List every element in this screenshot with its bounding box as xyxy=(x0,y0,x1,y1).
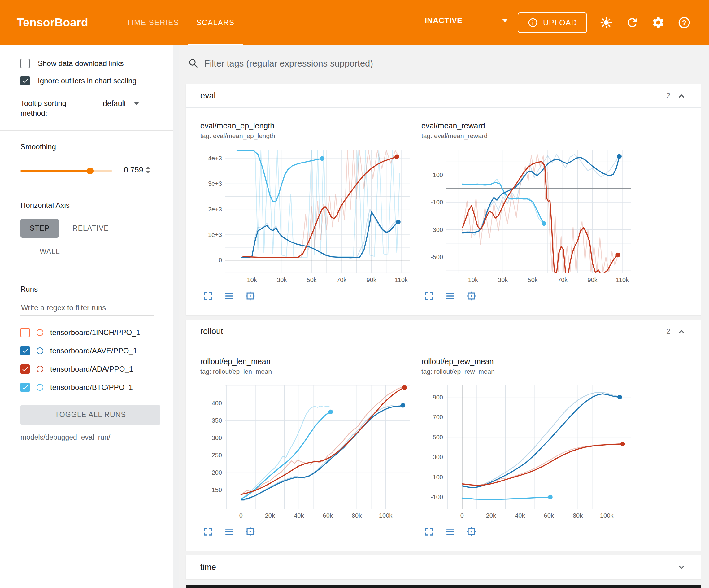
wall-axis-button[interactable]: WALL xyxy=(30,242,69,261)
chart-tag: tag: eval/mean_reward xyxy=(421,132,639,139)
plot-rollout-ep-rew-mean[interactable]: 020k40k60k80k100k-100100300500700900 xyxy=(421,380,635,523)
svg-text:20k: 20k xyxy=(265,512,275,519)
fit-domain-icon[interactable] xyxy=(466,527,476,537)
chevron-up-icon[interactable] xyxy=(677,327,686,337)
svg-text:500: 500 xyxy=(433,434,443,441)
runs-label: Runs xyxy=(21,285,165,293)
step-axis-button[interactable]: STEP xyxy=(21,219,59,238)
help-icon[interactable]: ? xyxy=(677,16,691,29)
upload-button[interactable]: UPLOAD xyxy=(518,12,587,33)
sidebar-scrollbar[interactable] xyxy=(174,45,179,588)
data-table-icon[interactable] xyxy=(224,527,234,537)
run-checkbox[interactable] xyxy=(21,364,30,374)
section-count: 2 xyxy=(666,92,670,100)
chart-block-rollout-ep-rew-mean: rollout/ep_rew_mean tag: rollout/ep_rew_… xyxy=(421,353,639,537)
section-time-header[interactable]: time xyxy=(186,556,701,579)
refresh-icon[interactable] xyxy=(625,16,639,29)
svg-text:2e+3: 2e+3 xyxy=(208,206,222,213)
svg-text:4e+3: 4e+3 xyxy=(208,155,222,162)
section-card-time: time xyxy=(186,555,701,579)
smoothing-value-input[interactable]: 0.759 xyxy=(123,165,151,177)
chevron-down-icon[interactable] xyxy=(677,562,686,572)
slider-fill xyxy=(21,170,90,172)
tab-time-series[interactable]: TIME SERIES xyxy=(118,0,188,45)
expand-chart-icon[interactable] xyxy=(203,291,213,301)
run-checkbox[interactable] xyxy=(21,328,30,337)
tensorboard-app: TensorBoard TIME SERIES SCALARS INACTIVE… xyxy=(0,0,709,588)
svg-text:110k: 110k xyxy=(395,277,408,283)
svg-text:200: 200 xyxy=(212,469,222,476)
run-color-circle xyxy=(36,366,43,373)
brightness-icon[interactable] xyxy=(599,16,613,29)
section-title: rollout xyxy=(200,327,223,336)
data-table-icon[interactable] xyxy=(224,291,234,301)
expand-chart-icon[interactable] xyxy=(424,291,435,301)
relative-axis-button[interactable]: RELATIVE xyxy=(63,219,118,238)
run-checkbox[interactable] xyxy=(21,383,30,392)
plot-rollout-ep-len-mean[interactable]: 020k40k60k80k100k150200250300350400 xyxy=(200,380,414,523)
stepper-arrows-icon[interactable] xyxy=(146,166,150,173)
app-header: TensorBoard TIME SERIES SCALARS INACTIVE… xyxy=(0,0,709,45)
runs-filter-input[interactable] xyxy=(21,302,154,315)
run-color-circle xyxy=(36,329,43,336)
settings-sidebar: Show data download links Ignore outliers… xyxy=(0,45,174,588)
run-row[interactable]: tensorboard/BTC/PPO_1 xyxy=(21,378,165,397)
svg-text:10k: 10k xyxy=(468,277,478,283)
svg-text:?: ? xyxy=(682,19,686,27)
toggle-all-runs-button[interactable]: TOGGLE ALL RUNS xyxy=(21,405,160,425)
top-nav-tabs: TIME SERIES SCALARS xyxy=(118,0,243,45)
svg-text:90k: 90k xyxy=(366,277,376,283)
upload-button-label: UPLOAD xyxy=(543,18,577,27)
svg-text:300: 300 xyxy=(212,434,222,441)
status-dropdown[interactable]: INACTIVE xyxy=(425,16,508,29)
smoothing-label: Smoothing xyxy=(21,143,165,151)
svg-text:70k: 70k xyxy=(337,277,347,283)
svg-text:80k: 80k xyxy=(573,512,583,519)
tooltip-sorting-value: default xyxy=(103,99,126,108)
svg-text:70k: 70k xyxy=(558,277,568,283)
data-table-icon[interactable] xyxy=(445,291,455,301)
header-actions: INACTIVE UPLOAD ? xyxy=(425,12,691,33)
expand-chart-icon[interactable] xyxy=(203,527,213,537)
svg-text:0: 0 xyxy=(218,257,222,263)
svg-text:0: 0 xyxy=(461,512,464,519)
slider-thumb[interactable] xyxy=(87,168,94,174)
tab-scalars[interactable]: SCALARS xyxy=(188,0,243,45)
smoothing-slider[interactable] xyxy=(21,167,112,175)
svg-text:60k: 60k xyxy=(323,512,333,519)
run-row[interactable]: tensorboard/ADA/PPO_1 xyxy=(21,360,165,378)
horizontal-axis-label: Horizontal Axis xyxy=(21,201,165,210)
settings-icon[interactable] xyxy=(651,16,665,29)
svg-text:700: 700 xyxy=(433,414,443,420)
ignore-outliers-checkbox-row[interactable]: Ignore outliers in chart scaling xyxy=(21,76,165,85)
checkbox-checked-icon[interactable] xyxy=(21,76,30,85)
svg-text:250: 250 xyxy=(212,452,222,459)
section-eval-header[interactable]: eval 2 xyxy=(186,84,701,108)
section-title: time xyxy=(200,563,216,572)
plot-eval-mean-reward[interactable]: 10k30k50k70k90k110k100-100-300-500 xyxy=(421,145,635,287)
checkbox-unchecked-icon[interactable] xyxy=(21,59,30,68)
run-row[interactable]: tensorboard/1INCH/PPO_1 xyxy=(21,324,165,342)
tooltip-sorting-select[interactable]: default xyxy=(102,99,141,111)
run-row[interactable]: tensorboard/AAVE/PPO_1 xyxy=(21,342,165,360)
fit-domain-icon[interactable] xyxy=(245,527,256,537)
section-card-rollout: rollout 2 rollout/ep_len_mean tag: rollo… xyxy=(186,319,701,551)
fit-domain-icon[interactable] xyxy=(466,291,476,301)
svg-text:100: 100 xyxy=(433,474,443,481)
filter-tags-input[interactable] xyxy=(204,58,699,69)
run-checkbox[interactable] xyxy=(21,346,30,355)
horizontal-scrollbar[interactable] xyxy=(186,585,701,588)
section-rollout-header[interactable]: rollout 2 xyxy=(186,320,701,343)
plot-eval-mean-ep-length[interactable]: 10k30k50k70k90k110k01e+32e+33e+34e+3 xyxy=(200,145,414,287)
chart-tag: tag: eval/mean_ep_length xyxy=(200,132,418,139)
chart-title: eval/mean_reward xyxy=(421,121,639,130)
svg-text:20k: 20k xyxy=(486,512,496,519)
show-download-links-checkbox-row[interactable]: Show data download links xyxy=(21,59,165,68)
svg-text:50k: 50k xyxy=(307,277,317,283)
data-table-icon[interactable] xyxy=(445,527,455,537)
fit-domain-icon[interactable] xyxy=(245,291,256,301)
svg-text:90k: 90k xyxy=(587,277,598,283)
chevron-up-icon[interactable] xyxy=(677,91,686,101)
app-logo: TensorBoard xyxy=(17,16,88,29)
expand-chart-icon[interactable] xyxy=(424,527,435,537)
